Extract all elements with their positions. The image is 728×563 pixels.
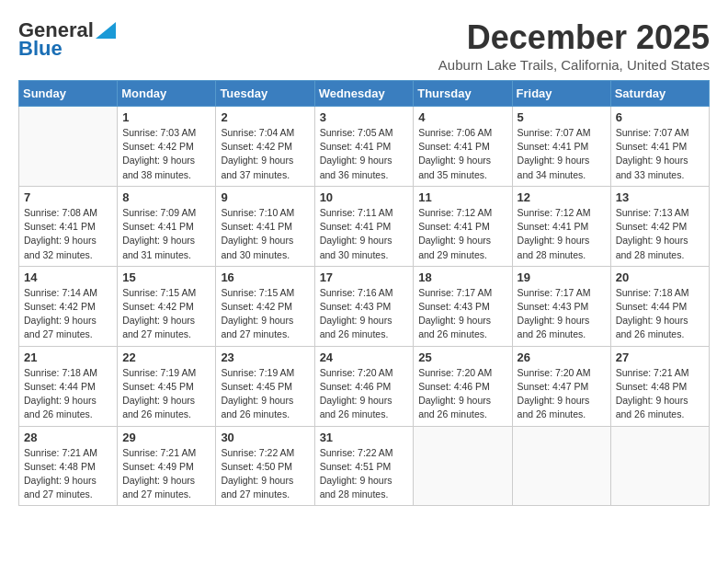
day-number: 23: [221, 350, 309, 364]
cell-info: Sunrise: 7:14 AMSunset: 4:42 PMDaylight:…: [24, 286, 112, 342]
calendar-cell: [610, 426, 709, 506]
weekday-header-thursday: Thursday: [414, 81, 512, 107]
day-number: 29: [122, 431, 210, 444]
day-number: 12: [518, 190, 606, 204]
calendar-cell: 25Sunrise: 7:20 AMSunset: 4:46 PMDayligh…: [414, 346, 512, 426]
cell-info: Sunrise: 7:06 AMSunset: 4:41 PMDaylight:…: [418, 126, 506, 182]
calendar-cell: 17Sunrise: 7:16 AMSunset: 4:43 PMDayligh…: [314, 266, 414, 346]
calendar-cell: 2Sunrise: 7:04 AMSunset: 4:42 PMDaylight…: [216, 107, 314, 187]
day-number: 26: [518, 350, 606, 364]
weekday-header-monday: Monday: [118, 81, 216, 107]
calendar-cell: 6Sunrise: 7:07 AMSunset: 4:41 PMDaylight…: [610, 107, 709, 187]
cell-info: Sunrise: 7:17 AMSunset: 4:43 PMDaylight:…: [418, 286, 506, 342]
cell-info: Sunrise: 7:10 AMSunset: 4:41 PMDaylight:…: [221, 206, 309, 262]
day-number: 15: [122, 270, 210, 284]
logo: General Blue: [18, 18, 118, 61]
day-number: 22: [122, 350, 210, 364]
calendar-cell: 11Sunrise: 7:12 AMSunset: 4:41 PMDayligh…: [414, 186, 512, 266]
day-number: 6: [616, 110, 704, 124]
day-number: 3: [320, 110, 409, 124]
cell-info: Sunrise: 7:19 AMSunset: 4:45 PMDaylight:…: [122, 366, 210, 422]
day-number: 1: [122, 110, 210, 124]
cell-info: Sunrise: 7:07 AMSunset: 4:41 PMDaylight:…: [518, 126, 606, 182]
calendar-cell: 31Sunrise: 7:22 AMSunset: 4:51 PMDayligh…: [314, 426, 414, 506]
day-number: 8: [122, 190, 210, 204]
cell-info: Sunrise: 7:16 AMSunset: 4:43 PMDaylight:…: [320, 286, 409, 342]
day-number: 24: [320, 350, 409, 364]
day-number: 5: [518, 110, 606, 124]
day-number: 31: [320, 431, 409, 444]
calendar-cell: 28Sunrise: 7:21 AMSunset: 4:48 PMDayligh…: [19, 426, 118, 506]
day-number: 21: [24, 350, 112, 364]
logo-arrow-icon: [96, 22, 116, 39]
day-number: 16: [221, 270, 309, 284]
cell-info: Sunrise: 7:21 AMSunset: 4:49 PMDaylight:…: [122, 446, 210, 502]
day-number: 18: [418, 270, 506, 284]
week-row-0: 1Sunrise: 7:03 AMSunset: 4:42 PMDaylight…: [19, 107, 710, 187]
cell-info: Sunrise: 7:15 AMSunset: 4:42 PMDaylight:…: [221, 286, 309, 342]
calendar-cell: [19, 107, 118, 187]
cell-info: Sunrise: 7:12 AMSunset: 4:41 PMDaylight:…: [418, 206, 506, 262]
day-number: 2: [221, 110, 309, 124]
day-number: 14: [24, 270, 112, 284]
svg-marker-0: [96, 22, 116, 39]
calendar-cell: 10Sunrise: 7:11 AMSunset: 4:41 PMDayligh…: [314, 186, 414, 266]
day-number: 9: [221, 190, 309, 204]
day-number: 10: [320, 190, 409, 204]
month-title: December 2025: [438, 18, 710, 57]
cell-info: Sunrise: 7:18 AMSunset: 4:44 PMDaylight:…: [24, 366, 112, 422]
calendar-cell: 22Sunrise: 7:19 AMSunset: 4:45 PMDayligh…: [118, 346, 216, 426]
weekday-header-wednesday: Wednesday: [314, 81, 414, 107]
logo-blue: Blue: [18, 37, 63, 61]
week-row-2: 14Sunrise: 7:14 AMSunset: 4:42 PMDayligh…: [19, 266, 710, 346]
day-number: 28: [24, 431, 112, 444]
calendar-cell: 4Sunrise: 7:06 AMSunset: 4:41 PMDaylight…: [414, 107, 512, 187]
calendar-cell: 30Sunrise: 7:22 AMSunset: 4:50 PMDayligh…: [216, 426, 314, 506]
calendar-table: SundayMondayTuesdayWednesdayThursdayFrid…: [18, 80, 710, 506]
calendar-cell: 20Sunrise: 7:18 AMSunset: 4:44 PMDayligh…: [610, 266, 709, 346]
calendar-cell: 5Sunrise: 7:07 AMSunset: 4:41 PMDaylight…: [512, 107, 610, 187]
day-number: 20: [616, 270, 704, 284]
calendar-cell: 14Sunrise: 7:14 AMSunset: 4:42 PMDayligh…: [19, 266, 118, 346]
week-row-1: 7Sunrise: 7:08 AMSunset: 4:41 PMDaylight…: [19, 186, 710, 266]
calendar-cell: 18Sunrise: 7:17 AMSunset: 4:43 PMDayligh…: [414, 266, 512, 346]
weekday-header-saturday: Saturday: [610, 81, 709, 107]
cell-info: Sunrise: 7:20 AMSunset: 4:46 PMDaylight:…: [418, 366, 506, 422]
page-header: General Blue December 2025 Auburn Lake T…: [18, 18, 710, 73]
cell-info: Sunrise: 7:05 AMSunset: 4:41 PMDaylight:…: [320, 126, 409, 182]
cell-info: Sunrise: 7:15 AMSunset: 4:42 PMDaylight:…: [122, 286, 210, 342]
calendar-cell: 13Sunrise: 7:13 AMSunset: 4:42 PMDayligh…: [610, 186, 709, 266]
calendar-cell: 23Sunrise: 7:19 AMSunset: 4:45 PMDayligh…: [216, 346, 314, 426]
cell-info: Sunrise: 7:19 AMSunset: 4:45 PMDaylight:…: [221, 366, 309, 422]
calendar-cell: 16Sunrise: 7:15 AMSunset: 4:42 PMDayligh…: [216, 266, 314, 346]
cell-info: Sunrise: 7:11 AMSunset: 4:41 PMDaylight:…: [320, 206, 409, 262]
day-number: 19: [518, 270, 606, 284]
cell-info: Sunrise: 7:18 AMSunset: 4:44 PMDaylight:…: [616, 286, 704, 342]
calendar-cell: 29Sunrise: 7:21 AMSunset: 4:49 PMDayligh…: [118, 426, 216, 506]
day-number: 13: [616, 190, 704, 204]
calendar-cell: 1Sunrise: 7:03 AMSunset: 4:42 PMDaylight…: [118, 107, 216, 187]
calendar-cell: [414, 426, 512, 506]
location-title: Auburn Lake Trails, California, United S…: [438, 57, 710, 73]
calendar-cell: 7Sunrise: 7:08 AMSunset: 4:41 PMDaylight…: [19, 186, 118, 266]
week-row-4: 28Sunrise: 7:21 AMSunset: 4:48 PMDayligh…: [19, 426, 710, 506]
day-number: 25: [418, 350, 506, 364]
cell-info: Sunrise: 7:08 AMSunset: 4:41 PMDaylight:…: [24, 206, 112, 262]
day-number: 30: [221, 431, 309, 444]
cell-info: Sunrise: 7:17 AMSunset: 4:43 PMDaylight:…: [518, 286, 606, 342]
day-number: 7: [24, 190, 112, 204]
weekday-header-sunday: Sunday: [19, 81, 118, 107]
week-row-3: 21Sunrise: 7:18 AMSunset: 4:44 PMDayligh…: [19, 346, 710, 426]
calendar-cell: 9Sunrise: 7:10 AMSunset: 4:41 PMDaylight…: [216, 186, 314, 266]
day-number: 27: [616, 350, 704, 364]
calendar-cell: 15Sunrise: 7:15 AMSunset: 4:42 PMDayligh…: [118, 266, 216, 346]
cell-info: Sunrise: 7:12 AMSunset: 4:41 PMDaylight:…: [518, 206, 606, 262]
calendar-cell: 24Sunrise: 7:20 AMSunset: 4:46 PMDayligh…: [314, 346, 414, 426]
weekday-header-friday: Friday: [512, 81, 610, 107]
calendar-cell: 26Sunrise: 7:20 AMSunset: 4:47 PMDayligh…: [512, 346, 610, 426]
cell-info: Sunrise: 7:07 AMSunset: 4:41 PMDaylight:…: [616, 126, 704, 182]
cell-info: Sunrise: 7:22 AMSunset: 4:51 PMDaylight:…: [320, 446, 409, 502]
calendar-cell: 12Sunrise: 7:12 AMSunset: 4:41 PMDayligh…: [512, 186, 610, 266]
weekday-header-row: SundayMondayTuesdayWednesdayThursdayFrid…: [19, 81, 710, 107]
weekday-header-tuesday: Tuesday: [216, 81, 314, 107]
